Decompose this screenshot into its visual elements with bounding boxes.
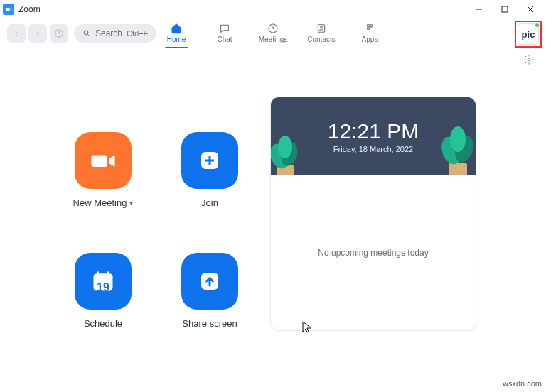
contacts-icon bbox=[316, 23, 327, 34]
calendar-day: 19 bbox=[97, 281, 109, 294]
cursor-icon bbox=[302, 321, 312, 337]
main-content: New Meeting ▾ Join 19 Schedule Share scr… bbox=[0, 68, 546, 331]
svg-point-2 bbox=[84, 31, 88, 35]
upcoming-empty: No upcoming meetings today bbox=[271, 175, 476, 330]
window-controls bbox=[466, 0, 543, 18]
forward-button[interactable]: › bbox=[28, 24, 47, 43]
status-online-icon bbox=[535, 23, 540, 28]
svg-point-6 bbox=[528, 58, 530, 61]
home-icon bbox=[171, 23, 182, 34]
join-action[interactable]: Join bbox=[171, 132, 249, 210]
action-grid: New Meeting ▾ Join 19 Schedule Share scr… bbox=[64, 97, 249, 331]
settings-row bbox=[0, 48, 546, 68]
maximize-button[interactable] bbox=[492, 0, 518, 18]
tab-label: Meetings bbox=[259, 36, 288, 43]
chat-icon bbox=[219, 23, 230, 34]
upcoming-card: 12:21 PM Friday, 18 March, 2022 No upcom… bbox=[270, 97, 476, 331]
share-screen-action[interactable]: Share screen bbox=[171, 253, 249, 331]
clock-time: 12:21 PM bbox=[328, 119, 419, 143]
new-meeting-label: New Meeting bbox=[73, 197, 127, 208]
plant-decoration-icon bbox=[271, 129, 306, 175]
search-input[interactable]: Search Ctrl+F bbox=[74, 24, 156, 43]
svg-rect-15 bbox=[449, 163, 467, 175]
zoom-icon bbox=[3, 4, 14, 15]
video-icon bbox=[75, 132, 132, 189]
svg-point-14 bbox=[278, 136, 292, 158]
apps-icon bbox=[364, 23, 375, 34]
tab-contacts[interactable]: Contacts bbox=[304, 18, 338, 48]
svg-rect-0 bbox=[502, 6, 508, 12]
minimize-button[interactable] bbox=[466, 0, 492, 18]
chevron-down-icon[interactable]: ▾ bbox=[129, 199, 133, 207]
close-button[interactable] bbox=[518, 0, 543, 18]
action-label: Join bbox=[201, 197, 218, 208]
tab-label: Chat bbox=[217, 36, 232, 43]
tab-label: Apps bbox=[362, 36, 378, 43]
tab-home[interactable]: Home bbox=[159, 18, 193, 48]
profile-text: pic bbox=[522, 29, 535, 40]
svg-rect-9 bbox=[94, 274, 113, 280]
profile-button[interactable]: pic bbox=[518, 23, 539, 45]
history-button[interactable] bbox=[50, 24, 68, 43]
action-label: Schedule bbox=[84, 318, 122, 329]
svg-point-5 bbox=[321, 26, 323, 28]
tab-label: Contacts bbox=[307, 36, 335, 43]
profile-highlight: pic bbox=[515, 21, 542, 48]
tab-meetings[interactable]: Meetings bbox=[256, 18, 290, 48]
meetings-icon bbox=[267, 23, 279, 34]
share-icon bbox=[181, 253, 238, 310]
search-icon bbox=[82, 29, 91, 38]
tab-chat[interactable]: Chat bbox=[208, 18, 242, 48]
tab-apps[interactable]: Apps bbox=[353, 18, 387, 48]
settings-button[interactable] bbox=[523, 54, 535, 68]
plus-icon bbox=[181, 132, 238, 189]
schedule-action[interactable]: 19 Schedule bbox=[64, 253, 142, 331]
back-button[interactable]: ‹ bbox=[7, 24, 26, 43]
new-meeting-action[interactable]: New Meeting ▾ bbox=[64, 132, 142, 210]
tab-label: Home bbox=[167, 36, 186, 43]
calendar-icon: 19 bbox=[75, 253, 132, 310]
clock-header: 12:21 PM Friday, 18 March, 2022 bbox=[271, 97, 476, 175]
plant-decoration-icon bbox=[433, 122, 476, 175]
watermark: wsxdn.com bbox=[503, 379, 542, 388]
search-label: Search bbox=[95, 28, 122, 38]
titlebar: Zoom bbox=[0, 0, 546, 18]
svg-point-18 bbox=[450, 126, 466, 152]
clock-date: Friday, 18 March, 2022 bbox=[333, 145, 413, 153]
action-label: New Meeting ▾ bbox=[73, 197, 134, 208]
tabs: Home Chat Meetings Contacts Apps bbox=[159, 18, 387, 48]
nav-group: ‹ › bbox=[7, 24, 68, 43]
search-shortcut: Ctrl+F bbox=[127, 29, 148, 38]
toolbar: ‹ › Search Ctrl+F Home Chat Meetings Con… bbox=[0, 18, 546, 48]
window-title: Zoom bbox=[18, 4, 466, 14]
action-label: Share screen bbox=[182, 318, 237, 329]
